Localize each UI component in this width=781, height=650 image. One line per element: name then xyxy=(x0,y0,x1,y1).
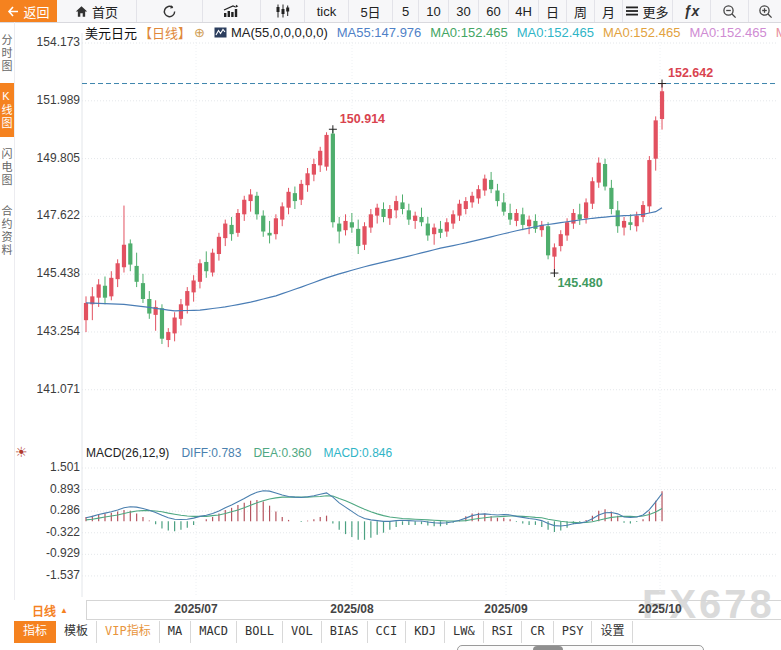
macd-axis-label: -1.537 xyxy=(18,568,80,582)
chart-header: 美元日元 【日线】 ⊕ MA(55,0,0,0,0,0) MA55:147.97… xyxy=(85,24,781,40)
tab-boll[interactable]: BOLL xyxy=(237,621,283,643)
ma-value-1: MA0:152.465 xyxy=(430,25,507,40)
symbol-title: 美元日元 xyxy=(85,23,137,42)
price-axis-label: 151.989 xyxy=(18,93,80,107)
x-axis-label: 2025/08 xyxy=(317,602,387,616)
tab-vip-indicators[interactable]: VIP指标 xyxy=(97,621,160,643)
ma-value-5: MA0:152 xyxy=(776,25,781,40)
indicator-settings-icon[interactable]: ☀ xyxy=(15,444,28,460)
price-axis-label: 141.071 xyxy=(18,382,80,396)
macd-axis-label: -0.322 xyxy=(18,525,80,539)
ma-mini-chart-icon xyxy=(214,27,227,38)
tab-cr[interactable]: CR xyxy=(522,621,553,643)
macd-dea-value: DEA:0.360 xyxy=(253,446,311,460)
chart-plot-area[interactable] xyxy=(0,0,781,650)
horizontal-scrollbar[interactable] xyxy=(457,645,704,650)
tab-vol[interactable]: VOL xyxy=(283,621,322,643)
tab-ma[interactable]: MA xyxy=(160,621,191,643)
tab-lw[interactable]: LW& xyxy=(445,621,484,643)
triangle-up-icon: ▲ xyxy=(60,606,68,615)
tab-rsi[interactable]: RSI xyxy=(484,621,523,643)
tab-indicators[interactable]: 指标 xyxy=(14,621,56,643)
annotation-0: 150.914 xyxy=(340,112,385,126)
macd-axis-label: 1.501 xyxy=(18,460,80,474)
ma-settings-label[interactable]: MA(55,0,0,0,0,0) xyxy=(231,25,328,40)
scrollbar-thumb[interactable] xyxy=(533,646,563,650)
x-axis-label: 2025/10 xyxy=(625,602,695,616)
price-axis-label: 147.622 xyxy=(18,208,80,222)
sidebar-item-contract-info[interactable]: 合约资料 xyxy=(0,197,14,265)
period-tag: 【日线】 xyxy=(139,23,191,42)
macd-axis-label: 0.286 xyxy=(18,503,80,517)
add-indicator-icon[interactable]: ⊕ xyxy=(194,25,205,40)
ma-value-3: MA0:152.465 xyxy=(603,25,680,40)
tab-psy[interactable]: PSY xyxy=(554,621,593,643)
macd-macd-value: MACD:0.846 xyxy=(323,446,392,460)
macd-axis-label: 0.893 xyxy=(18,482,80,496)
ma-value-2: MA0:152.465 xyxy=(517,25,594,40)
left-sidebar: 分时图 K线图 闪电图 合约资料 xyxy=(0,26,14,268)
sidebar-item-kline[interactable]: K线图 xyxy=(0,83,14,137)
price-axis-label: 154.173 xyxy=(18,35,80,49)
ma55-value: MA55:147.976 xyxy=(337,25,422,40)
sidebar-item-timeshare[interactable]: 分时图 xyxy=(0,26,14,80)
tab-kdj[interactable]: KDJ xyxy=(406,621,445,643)
macd-diff-value: DIFF:0.783 xyxy=(181,446,241,460)
macd-header: MACD(26,12,9) DIFF:0.783 DEA:0.360 MACD:… xyxy=(86,446,392,460)
macd-title: MACD(26,12,9) xyxy=(86,446,169,460)
tab-templates[interactable]: 模板 xyxy=(56,621,97,643)
annotation-2: 152.642 xyxy=(668,66,713,80)
tab-cci[interactable]: CCI xyxy=(368,621,407,643)
sidebar-item-lightning[interactable]: 闪电图 xyxy=(0,140,14,194)
fx678-chart-app: 返回 首页 tick 5日 5 10 30 60 4H xyxy=(0,0,781,650)
tab-macd[interactable]: MACD xyxy=(191,621,237,643)
tab-settings[interactable]: 设置 xyxy=(592,621,633,643)
bottom-tab-bar: 指标 模板 VIP指标 MA MACD BOLL VOL BIAS CCI KD… xyxy=(14,621,633,643)
price-axis-label: 145.438 xyxy=(18,266,80,280)
annotation-1: 145.480 xyxy=(557,276,602,290)
x-axis-label: 2025/07 xyxy=(161,602,231,616)
price-axis-label: 149.805 xyxy=(18,151,80,165)
price-axis-label: 143.254 xyxy=(18,324,80,338)
ma-value-4: MA0:152.465 xyxy=(689,25,766,40)
x-axis-label: 2025/09 xyxy=(471,602,541,616)
period-selector[interactable]: 日线 ▲ xyxy=(14,600,87,620)
tab-bias[interactable]: BIAS xyxy=(322,621,368,643)
macd-axis-label: -0.929 xyxy=(18,546,80,560)
period-selector-label: 日线 xyxy=(32,602,56,619)
